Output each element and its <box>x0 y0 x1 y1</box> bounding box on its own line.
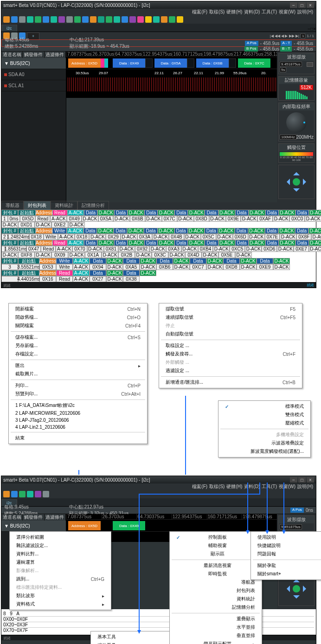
cut-icon[interactable] <box>19 16 26 23</box>
close-button[interactable]: × <box>307 2 314 8</box>
menu-data[interactable]: 資料(D) <box>244 9 260 15</box>
tool16-icon[interactable] <box>161 16 167 23</box>
tool12-icon[interactable] <box>129 16 136 23</box>
mi-sel-range[interactable]: 選擇分析範圍 <box>10 533 111 541</box>
menu-file[interactable]: 檔案(F) <box>192 483 207 490</box>
mi-ctrl-panel[interactable]: ✓控制面板▸ <box>170 533 262 541</box>
close-button[interactable]: × <box>307 477 314 483</box>
mi-disp-area[interactable]: 顯示區▸ <box>170 550 262 558</box>
mi-pkt[interactable]: 封包列表 <box>170 586 262 595</box>
bus-row[interactable]: ▼ BUS(I2C) <box>1 521 66 532</box>
mi-capture[interactable]: 擷取信號F5 <box>159 305 302 313</box>
maximize-button[interactable]: □ <box>298 2 306 8</box>
mi-redisp[interactable]: 重疊顯示 <box>170 615 262 623</box>
bus-row[interactable]: ▼ BUS(I2C) <box>1 58 66 69</box>
maximize-button[interactable]: □ <box>298 477 306 483</box>
mi-savecfg[interactable]: 存檔設定... <box>9 350 147 358</box>
open-icon[interactable] <box>3 491 10 497</box>
tool18-icon[interactable] <box>177 16 183 23</box>
mi-stop[interactable]: 停止 <box>159 322 302 330</box>
menu-window[interactable]: 視窗(W) <box>279 483 295 490</box>
mi-trigger[interactable]: 觸發及搜尋...Ctrl+F <box>159 350 302 358</box>
mi-noise[interactable]: 雜訊濾波設定... <box>10 541 111 550</box>
mi-mem[interactable]: 記憶體分析 <box>170 603 262 612</box>
menu-tools[interactable]: 工具(T) <box>262 9 277 15</box>
tool-icon[interactable] <box>19 491 26 497</box>
mi-recent1[interactable]: 1 F:\LA_DATA\Smart軟體\i2c <box>9 401 147 410</box>
step-btn[interactable] <box>307 62 313 67</box>
nav-dpad[interactable] <box>282 168 310 196</box>
tool7-icon[interactable] <box>90 16 96 23</box>
mi-preview[interactable]: 預覽列印...Ctrl+Alt+I <box>9 390 147 398</box>
pkt-row-2[interactable]: 2 1.24824ms 0X18 Write A-ACK 0X18D-ACK 0… <box>1 234 316 240</box>
tool14-icon[interactable] <box>145 16 152 23</box>
mi-mode-cmp[interactable]: 壓縮模式 <box>218 419 310 427</box>
mi-ext-trigger[interactable]: 外部觸發 ... <box>159 358 302 367</box>
menu-sample[interactable]: 取樣(S) <box>209 483 225 490</box>
tool11-icon[interactable] <box>122 16 128 23</box>
tool15-icon[interactable] <box>153 16 160 23</box>
minimize-button[interactable]: − <box>290 477 297 483</box>
menu-data[interactable]: 資料(D) <box>244 483 260 490</box>
mi-export[interactable]: 匯出▸ <box>9 361 147 370</box>
mi-img[interactable]: 影像解析... <box>10 567 111 575</box>
paste-icon[interactable] <box>35 16 41 23</box>
mi-filter[interactable]: 過濾設定 ... <box>159 367 302 375</box>
mi-fmt[interactable]: 資料格式▸ <box>10 600 111 608</box>
menu-file[interactable]: 檔案(F) <box>192 9 207 15</box>
tool-icon[interactable] <box>43 491 49 497</box>
mi-about[interactable]: 關於smart+ <box>251 570 321 578</box>
open-icon[interactable] <box>3 16 10 23</box>
mi-pw[interactable]: 脈波寬度觸發模組(選配)... <box>218 447 310 456</box>
mi-osc[interactable]: 示波器堆疊設定 <box>218 439 310 447</box>
minimize-button[interactable]: − <box>290 2 297 8</box>
mi-aux-win[interactable]: 輔助視窗▸ <box>170 541 262 550</box>
tool3-icon[interactable] <box>58 16 65 23</box>
tool-icon[interactable] <box>43 16 49 23</box>
mi-save[interactable]: 儲存檔案...Ctrl+S <box>9 333 147 341</box>
waveform-area[interactable]: 7.087375us26.3703us64.730375us 122.95437… <box>66 52 277 98</box>
tool4-icon[interactable] <box>66 16 73 23</box>
mi-help-fb[interactable]: 問題回報 <box>251 550 321 558</box>
tool2-icon[interactable] <box>51 16 57 23</box>
tab-i2c[interactable]: i2c <box>1 25 17 32</box>
mi-news[interactable]: 最新消息視窗▸ <box>170 561 262 570</box>
mi-new[interactable]: 開新檔案Ctrl+N <box>9 305 147 313</box>
tab-mem[interactable]: 記憶體分析 <box>77 201 109 210</box>
zoom-input[interactable]: 1 <box>301 33 305 39</box>
mi-saveas[interactable]: 另存新檔... <box>9 341 147 350</box>
save-icon[interactable] <box>11 16 18 23</box>
mi-autocap[interactable]: 自動擷取信號 <box>159 330 302 338</box>
tool-icon[interactable] <box>35 491 41 497</box>
mi-close[interactable]: 關閉檔案Ctrl+F4 <box>9 322 147 330</box>
tool8-icon[interactable] <box>98 16 104 23</box>
scl-row[interactable]: SCL A1 <box>1 80 66 91</box>
menu-window[interactable]: 視窗(W) <box>279 9 295 15</box>
tool17-icon[interactable] <box>169 16 175 23</box>
mi-analog[interactable]: 類比波形▸ <box>10 592 111 600</box>
mi-goto[interactable]: 跳到...Ctrl+G <box>10 575 111 583</box>
mi-scr[interactable]: 螢幕顯示配置▸ <box>170 640 262 644</box>
tab-nav[interactable]: 導航器 <box>1 201 24 210</box>
bpos-marker[interactable]: B Pos <box>244 46 258 52</box>
tool-icon[interactable] <box>27 491 33 497</box>
mi-compare[interactable]: 資料比對... <box>10 550 111 558</box>
mi-multi[interactable]: 多機堆疊設定 <box>218 431 310 439</box>
menu-tools[interactable]: 工具(T) <box>262 483 277 490</box>
mi-mark[interactable]: 標示匯流排特定資料... <box>10 583 111 592</box>
mi-stat[interactable]: 資料統計 <box>170 595 262 603</box>
menu-help[interactable]: 說明(H) <box>297 9 313 15</box>
trigger-gradient[interactable] <box>280 152 313 156</box>
tool10-icon[interactable] <box>114 16 120 23</box>
mi-sample-cfg[interactable]: 取樣設定 ... <box>159 341 302 350</box>
tab-pkt[interactable]: 封包列表 <box>24 201 51 210</box>
mi-recent4[interactable]: 4 LAP-Lin2.1_20120606 <box>9 424 147 431</box>
mi-ver[interactable]: 垂直並排 <box>170 631 262 640</box>
dpad-up-icon[interactable] <box>293 169 300 175</box>
tool9-icon[interactable] <box>106 16 112 23</box>
mi-mode-std[interactable]: ✓標準模式 <box>218 402 310 411</box>
tool13-icon[interactable] <box>137 16 144 23</box>
save-icon[interactable] <box>11 491 18 497</box>
menu-hardware[interactable]: 硬體(H) <box>226 483 242 490</box>
mi-help-use[interactable]: 使用說明F1 <box>251 533 321 541</box>
